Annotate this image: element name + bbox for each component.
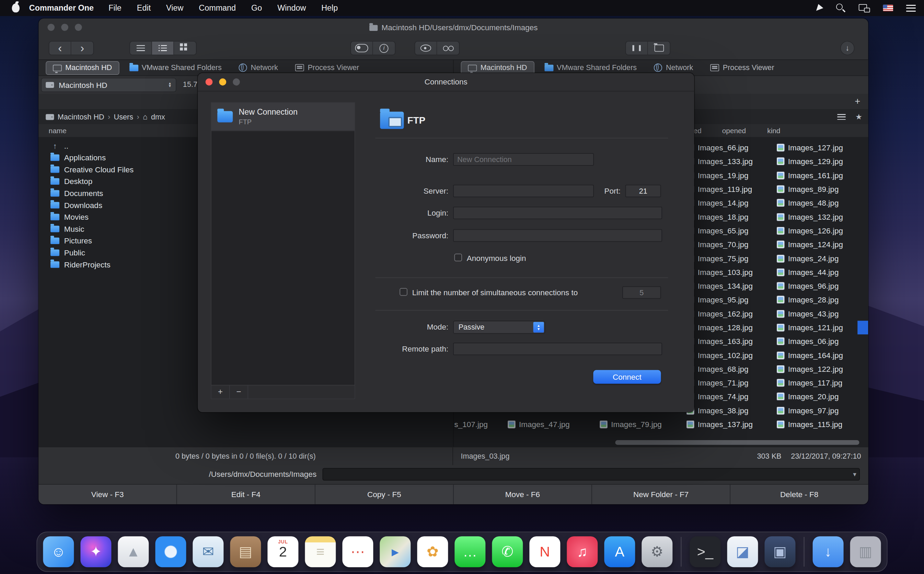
file-item[interactable]: Images_122.jpg: [777, 362, 866, 376]
pane-tab[interactable]: Process Viewer: [288, 61, 366, 74]
column-header-kind[interactable]: kind: [767, 127, 780, 135]
file-item[interactable]: Images_134.jpg: [686, 279, 776, 293]
file-item[interactable]: Images_161.jpg: [777, 169, 866, 182]
notification-center-icon[interactable]: [906, 5, 916, 12]
back-button[interactable]: ‹: [49, 41, 71, 55]
pane-tab[interactable]: VMware Shared Folders: [537, 61, 644, 74]
dock-item[interactable]: ✆: [492, 536, 523, 567]
file-item[interactable]: Images_65.jpg: [686, 224, 776, 238]
file-item[interactable]: Images_68.jpg: [686, 362, 776, 376]
breadcrumb-item[interactable]: Macintosh HD: [58, 113, 104, 121]
file-item[interactable]: Images_38.jpg: [686, 404, 776, 418]
add-tab-button[interactable]: +: [852, 96, 864, 108]
file-item[interactable]: s_107.jpg: [455, 418, 488, 431]
function-key-button[interactable]: Edit - F4: [177, 485, 315, 504]
dock-item[interactable]: ✉: [192, 536, 224, 567]
file-item[interactable]: Images_48.jpg: [777, 196, 866, 210]
file-item[interactable]: Images_96.jpg: [777, 279, 866, 293]
file-item[interactable]: Images_132.jpg: [777, 210, 866, 224]
file-item[interactable]: Images_74.jpg: [686, 390, 776, 404]
dock-item[interactable]: ⚙: [642, 536, 672, 567]
dock-item[interactable]: ▸: [379, 536, 411, 567]
dock-item[interactable]: ↓: [813, 536, 844, 567]
app-menu-title[interactable]: Commander One: [29, 3, 94, 13]
file-item[interactable]: Images_71.jpg: [686, 376, 776, 390]
file-item[interactable]: Images_133.jpg: [686, 155, 776, 168]
login-field[interactable]: [453, 207, 662, 219]
thumb-view-button[interactable]: [174, 41, 196, 55]
dock-item[interactable]: ⋯: [342, 536, 373, 567]
dock-item[interactable]: A: [604, 536, 635, 567]
file-item[interactable]: Images_89.jpg: [777, 182, 866, 196]
name-field[interactable]: [453, 153, 594, 166]
connection-list-item[interactable]: New Connection FTP: [211, 102, 354, 131]
file-item[interactable]: Images_97.jpg: [777, 404, 866, 418]
port-field[interactable]: [625, 185, 661, 197]
file-item[interactable]: Images_47.jpg: [508, 418, 570, 431]
mode-select[interactable]: Passive ▲▼: [453, 321, 545, 334]
file-item[interactable]: Images_103.jpg: [686, 265, 776, 279]
command-line-input[interactable]: [322, 468, 860, 480]
file-item[interactable]: Images_24.jpg: [777, 251, 866, 265]
dock-item[interactable]: ▤: [230, 536, 261, 567]
apple-menu-icon[interactable]: [12, 3, 20, 13]
anonymous-checkbox[interactable]: [455, 254, 462, 261]
file-item[interactable]: Images_115.jpg: [777, 418, 866, 431]
file-item[interactable]: Images_128.jpg: [686, 321, 776, 334]
file-item[interactable]: Images_20.jpg: [777, 390, 866, 404]
pane-tab[interactable]: Network: [232, 61, 285, 74]
dock-item[interactable]: N: [529, 536, 560, 567]
file-item[interactable]: Images_66.jpg: [686, 141, 776, 155]
file-item[interactable]: Images_43.jpg: [777, 307, 866, 321]
file-item[interactable]: Images_162.jpg: [686, 307, 776, 321]
file-item[interactable]: Images_121.jpg: [777, 321, 866, 334]
dock-item[interactable]: >_: [690, 536, 721, 567]
list-view-icon[interactable]: [837, 114, 846, 120]
dock-item[interactable]: ▥: [850, 536, 881, 567]
breadcrumb-item[interactable]: Users: [114, 113, 133, 121]
file-item[interactable]: Images_127.jpg: [777, 141, 866, 155]
brief-view-button[interactable]: [152, 41, 174, 55]
dock-item[interactable]: ≡: [305, 536, 336, 567]
dock-item[interactable]: ☺: [43, 536, 74, 567]
function-key-button[interactable]: View - F3: [38, 485, 177, 504]
column-header-name[interactable]: name: [49, 127, 66, 135]
displays-icon[interactable]: [859, 4, 870, 12]
menu-item[interactable]: File: [109, 3, 121, 13]
downloads-button[interactable]: ↓: [840, 41, 855, 55]
file-item[interactable]: Images_75.jpg: [686, 251, 776, 265]
pane-tab[interactable]: Macintosh HD: [46, 61, 119, 74]
limit-connections-field[interactable]: [622, 286, 661, 299]
file-item[interactable]: Images_163.jpg: [686, 334, 776, 348]
dock-item[interactable]: ♫: [567, 536, 598, 567]
menu-item[interactable]: Go: [251, 3, 262, 13]
menu-item[interactable]: Command: [199, 3, 236, 13]
file-item[interactable]: Images_06.jpg: [777, 334, 866, 348]
file-item[interactable]: Images_95.jpg: [686, 293, 776, 307]
menu-item[interactable]: View: [166, 3, 183, 13]
forward-button[interactable]: ›: [71, 41, 93, 55]
file-item[interactable]: Images_137.jpg: [686, 418, 776, 431]
file-item[interactable]: Images_19.jpg: [686, 169, 776, 182]
file-item[interactable]: Images_44.jpg: [777, 265, 866, 279]
file-item[interactable]: Images_28.jpg: [777, 293, 866, 307]
file-item[interactable]: Images_102.jpg: [686, 348, 776, 362]
file-item[interactable]: Images_18.jpg: [686, 210, 776, 224]
drive-selector[interactable]: Macintosh HD ▲▼: [41, 78, 176, 92]
file-item[interactable]: Images_129.jpg: [777, 155, 866, 168]
input-language-flag-icon[interactable]: [883, 5, 893, 11]
pane-tab[interactable]: Process Viewer: [703, 61, 782, 74]
hidden-files-button[interactable]: [437, 41, 459, 55]
favorites-star-icon[interactable]: ★: [855, 112, 862, 121]
menu-item[interactable]: Help: [321, 3, 338, 13]
file-item[interactable]: Images_119.jpg: [686, 182, 776, 196]
file-item[interactable]: Images_164.jpg: [777, 348, 866, 362]
menu-item[interactable]: Window: [277, 3, 306, 13]
remove-connection-button[interactable]: −: [230, 386, 249, 399]
breadcrumb-item[interactable]: dmx: [151, 113, 165, 121]
file-item[interactable]: Images_79.jpg: [600, 418, 661, 431]
new-folder-toolbar-button[interactable]: [648, 41, 670, 55]
dock-item[interactable]: ✦: [155, 536, 186, 567]
column-header-opened[interactable]: opened: [722, 127, 746, 135]
function-key-button[interactable]: Move - F6: [454, 485, 592, 504]
